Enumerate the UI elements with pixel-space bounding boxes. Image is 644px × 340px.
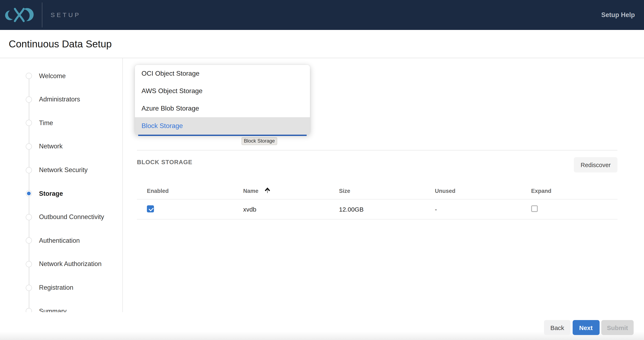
column-header-expand[interactable]: Expand — [531, 188, 618, 194]
wizard-step[interactable]: Welcome — [0, 64, 122, 88]
wizard-step-list: Welcome Administrators Time — [0, 58, 122, 312]
size-cell: 12.00GB — [339, 206, 435, 213]
step-circle-icon — [26, 238, 32, 244]
next-button[interactable]: Next — [572, 320, 600, 335]
block-storage-table: Enabled Name Size Unused Expand xvdb — [137, 183, 618, 220]
step-circle-icon — [26, 308, 32, 312]
wizard-step[interactable]: Network — [0, 135, 122, 158]
app-viewport: SETUP Setup Help Continuous Data Setup W… — [0, 0, 644, 340]
table-header-row: Enabled Name Size Unused Expand — [137, 183, 618, 200]
step-label: Authentication — [39, 237, 80, 244]
active-step-dot-icon — [27, 192, 31, 195]
topbar-divider — [42, 3, 42, 28]
storage-type-dropdown: OCI Object Storage AWS Object Storage Az… — [135, 65, 310, 135]
unused-cell: - — [435, 206, 531, 213]
dropdown-option[interactable]: Block Storage — [135, 117, 310, 135]
step-circle-icon — [26, 167, 32, 173]
back-button[interactable]: Back — [544, 320, 570, 335]
delphix-logo-icon — [4, 5, 34, 25]
wizard-step[interactable]: Administrators — [0, 88, 122, 111]
title-bar: Continuous Data Setup — [0, 30, 644, 58]
column-header-name[interactable]: Name — [243, 188, 339, 194]
column-header-unused[interactable]: Unused — [435, 188, 531, 194]
expand-cell — [531, 205, 618, 213]
wizard-step[interactable]: Authentication — [0, 229, 122, 252]
expand-checkbox[interactable] — [531, 205, 538, 212]
dropdown-option[interactable]: AWS Object Storage — [135, 82, 310, 100]
top-bar: SETUP Setup Help — [0, 0, 644, 30]
step-circle-icon — [26, 143, 32, 150]
step-circle-icon — [26, 261, 32, 267]
table-body: xvdb 12.00GB - — [137, 200, 618, 220]
select-value-tooltip: Block Storage — [242, 137, 277, 145]
step-label: Network — [39, 143, 63, 150]
column-header-name-label: Name — [243, 188, 258, 194]
product-name: SETUP — [50, 0, 81, 30]
wizard-step[interactable]: Network Security — [0, 158, 122, 182]
name-cell: xvdb — [243, 206, 339, 213]
wizard-step[interactable]: Network Authorization — [0, 252, 122, 276]
footer-actions: Back Next Submit — [544, 320, 634, 335]
column-header-size[interactable]: Size — [339, 188, 435, 194]
block-storage-section-title: BLOCK STORAGE — [137, 159, 192, 165]
rediscover-button[interactable]: Rediscover — [574, 157, 618, 173]
wizard-sidebar: Welcome Administrators Time — [0, 58, 123, 312]
step-label: Summary — [39, 307, 66, 312]
step-label: Welcome — [39, 72, 66, 80]
wizard-step[interactable]: Summary — [0, 299, 122, 312]
wizard-step[interactable]: Outbound Connectivity — [0, 205, 122, 229]
sort-ascending-arrow-icon — [264, 187, 271, 194]
column-header-enabled[interactable]: Enabled — [147, 188, 243, 194]
table-row: xvdb 12.00GB - — [137, 200, 618, 220]
step-circle-icon — [26, 214, 32, 220]
setup-help-link[interactable]: Setup Help — [601, 0, 635, 30]
step-circle-icon — [26, 190, 32, 197]
step-circle-icon — [26, 73, 32, 79]
wizard-step[interactable]: Time — [0, 111, 122, 135]
step-circle-icon — [26, 96, 32, 103]
step-circle-icon — [26, 120, 32, 126]
step-label: Network Authorization — [39, 260, 102, 268]
dropdown-option-label: Azure Blob Storage — [142, 105, 199, 112]
dropdown-option-label: AWS Object Storage — [142, 87, 202, 94]
step-label: Storage — [39, 190, 63, 197]
storage-select-underline — [138, 135, 307, 136]
step-circle-icon — [26, 284, 32, 291]
enabled-cell — [147, 205, 243, 213]
dropdown-option-label: OCI Object Storage — [142, 70, 200, 77]
wizard-step[interactable]: Storage — [0, 182, 122, 205]
step-label: Time — [39, 119, 53, 127]
step-label: Administrators — [39, 96, 80, 103]
submit-button[interactable]: Submit — [601, 320, 634, 335]
page-title: Continuous Data Setup — [9, 38, 112, 50]
enabled-checkbox[interactable] — [147, 205, 154, 212]
wizard-step[interactable]: Registration — [0, 276, 122, 299]
dropdown-option[interactable]: Azure Blob Storage — [135, 100, 310, 117]
step-label: Registration — [39, 284, 73, 291]
step-label: Outbound Connectivity — [39, 213, 104, 221]
dropdown-option[interactable]: OCI Object Storage — [135, 65, 310, 82]
section-divider — [137, 150, 618, 150]
step-label: Network Security — [39, 166, 88, 174]
dropdown-option-label: Block Storage — [142, 122, 183, 129]
